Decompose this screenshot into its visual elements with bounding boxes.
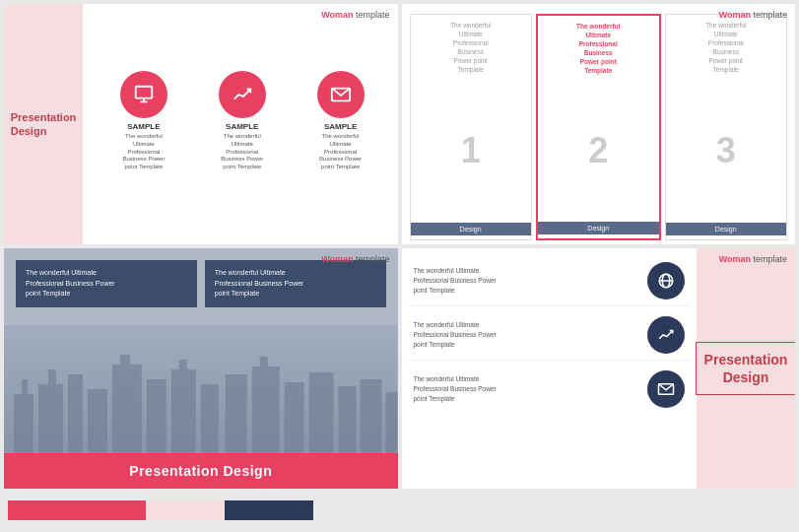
template-label-2: Woman template: [719, 10, 787, 20]
envelope-icon: [330, 84, 352, 105]
chart-icon: [232, 84, 253, 105]
col-card-1: The wonderfulUltimateProfessionalBusines…: [410, 14, 533, 240]
slide4-row-text-2: The wonderful UltimateProfessional Busin…: [414, 320, 642, 349]
template-brand-1: Woman: [321, 10, 353, 20]
slide3-footer: Presentation Design: [4, 453, 398, 489]
col-btn-3[interactable]: Design: [666, 223, 787, 235]
slide4-row-1: The wonderful UltimateProfessional Busin…: [408, 256, 692, 306]
template-label-1: Woman template: [321, 10, 389, 20]
envelope-icon-2: [657, 380, 675, 398]
slide-grid: PresentationDesign Woman template SAMPLE…: [0, 0, 799, 493]
slide3-box-1: The wonderful UltimateProfessional Busin…: [16, 260, 197, 307]
slide4-left-panel: The wonderful UltimateProfessional Busin…: [402, 248, 698, 489]
slide-4: Woman template The wonderful UltimatePro…: [402, 248, 796, 489]
bar-seg-2: [146, 500, 225, 520]
slide4-row-text-1: The wonderful UltimateProfessional Busin…: [414, 266, 642, 295]
globe-icon: [657, 272, 675, 290]
slide4-row-text-3: The wonderful UltimateProfessional Busin…: [414, 374, 642, 403]
city-skyline-svg: [4, 325, 398, 453]
slide-2: Woman template The wonderfulUltimateProf…: [402, 4, 796, 244]
circle-1: [120, 71, 167, 118]
circle-item-3: SAMPLE The wonderfulUltimateProfessional…: [306, 71, 375, 171]
slide1-title: PresentationDesign: [11, 110, 77, 139]
bar-seg-3: [225, 500, 313, 520]
template-label-4: Woman template: [719, 254, 787, 264]
col-card-text-3: The wonderfulUltimateProfessionalBusines…: [701, 15, 750, 79]
circle-label-3: SAMPLE: [324, 122, 357, 131]
circle-item-2: SAMPLE The wonderfulUltimateProfessional…: [208, 71, 277, 171]
slide4-row-3: The wonderful UltimateProfessional Busin…: [408, 365, 692, 414]
slide-1: PresentationDesign Woman template SAMPLE…: [4, 4, 398, 244]
slide2-columns: The wonderfulUltimateProfessionalBusines…: [402, 4, 796, 244]
circles-row: SAMPLE The wonderfulUltimateProfessional…: [95, 71, 390, 171]
col-card-text-1: The wonderfulUltimateProfessionalBusines…: [446, 15, 495, 79]
slide3-city-bg: The wonderful UltimateProfessional Busin…: [4, 248, 398, 453]
circle-desc-1: The wonderfulUltimateProfessionalBusines…: [122, 133, 165, 171]
circle-item-1: SAMPLE The wonderfulUltimateProfessional…: [109, 71, 178, 171]
slide-3: Woman template: [4, 248, 398, 489]
svg-rect-24: [4, 325, 398, 453]
col-card-2: The wonderfulUltimateProfessionalBusines…: [536, 14, 661, 240]
circle-label-2: SAMPLE: [226, 122, 258, 131]
col-number-1: 1: [461, 79, 481, 223]
col-btn-2[interactable]: Design: [538, 222, 659, 234]
slide4-row-2: The wonderful UltimateProfessional Busin…: [408, 310, 692, 361]
slide3-text-boxes: The wonderful UltimateProfessional Busin…: [16, 260, 386, 307]
circle-2: [219, 71, 266, 118]
bottom-bar: [0, 493, 799, 528]
slide3-box-2: The wonderful UltimateProfessional Busin…: [205, 260, 386, 307]
col-card-text-2: The wonderfulUltimateProfessionalBusines…: [572, 16, 624, 80]
slide4-icon-2: [647, 316, 685, 354]
col-card-3: The wonderfulUltimateProfessionalBusines…: [665, 14, 788, 240]
bar-seg-1: [8, 500, 146, 520]
template-brand-4: Woman: [719, 254, 751, 264]
svg-rect-0: [136, 87, 153, 99]
circle-3: [317, 71, 365, 118]
template-label-3: Woman template: [321, 254, 389, 264]
circle-label-1: SAMPLE: [127, 122, 160, 131]
slide4-title: PresentationDesign: [696, 342, 795, 395]
slide1-right-panel: Woman template SAMPLE The wonderfulUltim…: [83, 4, 398, 244]
col-btn-1[interactable]: Design: [411, 223, 532, 235]
monitor-icon: [133, 84, 155, 105]
slide4-icon-3: [647, 370, 685, 408]
chart-icon-2: [657, 326, 675, 344]
col-number-2: 2: [588, 80, 608, 222]
circle-desc-3: The wonderfulUltimateProfessionalBusines…: [319, 133, 362, 171]
slide4-icon-1: [647, 262, 685, 299]
circle-desc-2: The wonderfulUltimateProfessionalBusines…: [221, 133, 263, 171]
template-brand-2: Woman: [719, 10, 751, 20]
slide1-left-panel: PresentationDesign: [4, 4, 83, 244]
col-number-3: 3: [716, 79, 736, 223]
template-brand-3: Woman: [321, 254, 353, 264]
slide4-right-panel: PresentationDesign: [697, 248, 795, 489]
